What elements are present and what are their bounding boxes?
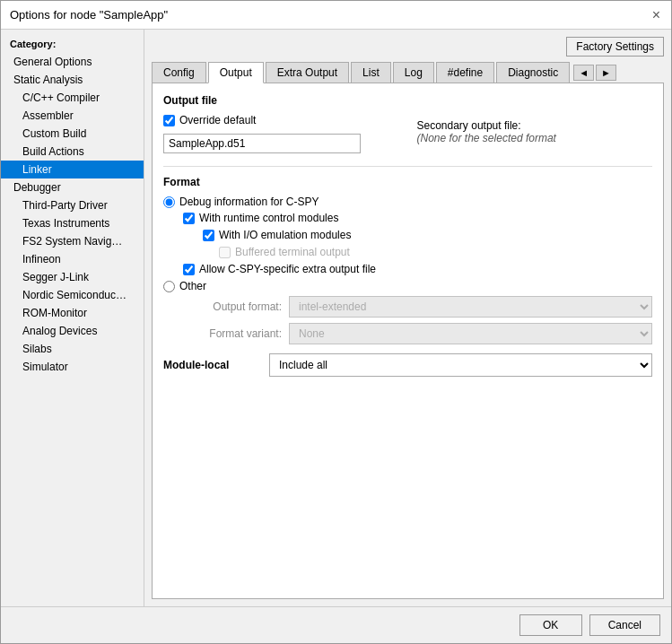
category-label: Category: (1, 35, 144, 53)
buffered-terminal-checkbox[interactable] (219, 247, 231, 258)
io-emulation-checkbox[interactable] (203, 230, 214, 241)
allow-cspy-row: Allow C-SPY-specific extra output file (163, 263, 652, 275)
output-file-columns: Override default Secondary output file: … (163, 114, 652, 153)
sidebar-item-assembler[interactable]: Assembler (1, 107, 144, 125)
module-local-label: Module-local (163, 359, 262, 371)
format-variant-label: Format variant: (183, 327, 282, 340)
sidebar-item-static-analysis[interactable]: Static Analysis (1, 71, 144, 89)
tab-nav-next[interactable]: ► (596, 65, 616, 81)
window-title: Options for node "SampleApp" (10, 8, 168, 22)
tab-log[interactable]: Log (393, 62, 434, 83)
right-panel: Factory Settings Config Output Extra Out… (144, 30, 671, 606)
bottom-bar: OK Cancel (1, 606, 671, 643)
tab-diagnostic[interactable]: Diagnostic (496, 62, 570, 83)
factory-settings-row: Factory Settings (152, 37, 664, 57)
sidebar-item-fs2-system-navi[interactable]: FS2 System Navig… (1, 232, 144, 250)
tab-extra-output[interactable]: Extra Output (266, 62, 349, 83)
ok-button[interactable]: OK (519, 614, 582, 636)
output-file-right: Secondary output file: (None for the sel… (417, 114, 653, 144)
format-section: Format Debug information for C-SPY With … (163, 176, 652, 344)
tab-list[interactable]: List (351, 62, 391, 83)
override-default-checkbox[interactable] (163, 115, 175, 126)
tab-define[interactable]: #define (436, 62, 494, 83)
divider (163, 166, 652, 167)
sidebar: Category: General Options Static Analysi… (1, 30, 144, 606)
format-title: Format (163, 176, 652, 188)
sidebar-item-texas-instruments[interactable]: Texas Instruments (1, 214, 144, 232)
secondary-output-label: Secondary output file: (417, 114, 653, 132)
sidebar-item-general-options[interactable]: General Options (1, 53, 144, 71)
tab-config[interactable]: Config (152, 62, 206, 83)
debug-info-row: Debug information for C-SPY (163, 196, 652, 208)
override-default-label: Override default (179, 114, 256, 126)
sidebar-item-segger-jlink[interactable]: Segger J-Link (1, 268, 144, 286)
panel-body: Output file Override default Secondary o… (152, 83, 664, 599)
sidebar-item-silabs[interactable]: Silabs (1, 340, 144, 358)
sidebar-item-infineon[interactable]: Infineon (1, 250, 144, 268)
output-file-title: Output file (163, 94, 652, 107)
sidebar-item-debugger[interactable]: Debugger (1, 178, 144, 196)
sidebar-item-custom-build[interactable]: Custom Build (1, 125, 144, 143)
output-file-left: Override default (163, 114, 399, 153)
runtime-control-row: With runtime control modules (163, 212, 652, 224)
format-variant-row: Format variant: None (163, 323, 652, 344)
sidebar-item-cpp-compiler[interactable]: C/C++ Compiler (1, 89, 144, 107)
buffered-terminal-label: Buffered terminal output (235, 246, 350, 258)
format-variant-select[interactable]: None (289, 323, 652, 344)
main-window: Options for node "SampleApp" × Category:… (0, 0, 672, 644)
other-row: Other (163, 280, 652, 292)
debug-info-label: Debug information for C-SPY (179, 196, 319, 208)
io-emulation-label: With I/O emulation modules (219, 229, 351, 241)
tab-output[interactable]: Output (208, 62, 264, 83)
module-local-select[interactable]: Include all Exclude unused None (269, 353, 652, 377)
tabs-row: Config Output Extra Output List Log #def… (152, 62, 664, 83)
runtime-control-label: With runtime control modules (199, 212, 338, 224)
factory-settings-button[interactable]: Factory Settings (566, 37, 664, 57)
other-label: Other (179, 280, 206, 292)
cancel-button[interactable]: Cancel (589, 614, 660, 636)
output-format-label: Output format: (183, 300, 282, 313)
main-content: Category: General Options Static Analysi… (1, 30, 671, 606)
sidebar-item-nordic-semiconduc[interactable]: Nordic Semiconduc… (1, 286, 144, 304)
sidebar-item-build-actions[interactable]: Build Actions (1, 143, 144, 161)
other-radio[interactable] (163, 281, 175, 292)
buffered-terminal-row: Buffered terminal output (163, 246, 652, 258)
secondary-output-value: (None for the selected format (417, 132, 653, 144)
output-file-section: Output file Override default Secondary o… (163, 94, 652, 153)
sidebar-item-linker[interactable]: Linker (1, 161, 144, 178)
runtime-control-checkbox[interactable] (183, 213, 195, 224)
allow-cspy-checkbox[interactable] (183, 264, 195, 275)
sidebar-item-simulator[interactable]: Simulator (1, 358, 144, 376)
output-format-select[interactable]: intel-extended (289, 296, 652, 318)
title-bar: Options for node "SampleApp" × (1, 1, 671, 30)
output-format-row: Output format: intel-extended (163, 296, 652, 318)
io-emulation-row: With I/O emulation modules (163, 229, 652, 241)
sidebar-item-analog-devices[interactable]: Analog Devices (1, 322, 144, 340)
close-button[interactable]: × (650, 8, 662, 22)
sidebar-item-rom-monitor[interactable]: ROM-Monitor (1, 304, 144, 322)
filename-input[interactable] (163, 134, 361, 153)
override-default-row: Override default (163, 114, 399, 126)
sidebar-item-third-party-driver[interactable]: Third-Party Driver (1, 196, 144, 214)
module-local-row: Module-local Include all Exclude unused … (163, 353, 652, 377)
tab-nav-prev[interactable]: ◄ (573, 65, 594, 81)
debug-info-radio[interactable] (163, 196, 175, 208)
allow-cspy-label: Allow C-SPY-specific extra output file (199, 263, 376, 275)
